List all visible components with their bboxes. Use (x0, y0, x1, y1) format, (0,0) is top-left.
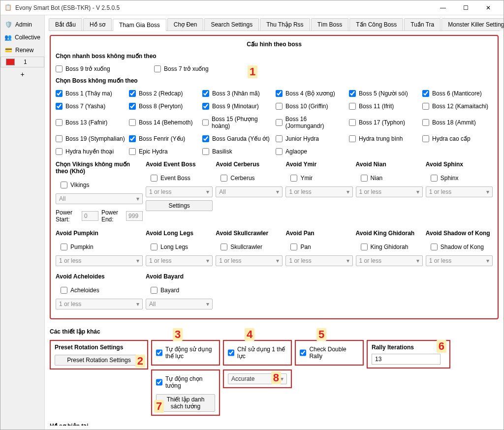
auto-general-check[interactable]: Tự động chọn tướng (156, 375, 215, 389)
rally-head: Rally Iterations (372, 344, 445, 351)
boss-20[interactable]: Boss Garuda (Yếu ớt) (202, 135, 273, 142)
boss-16[interactable]: Boss 17 (Typhon) (349, 116, 419, 129)
avoid-col: Avoid CerberusCerberusAll (216, 161, 283, 223)
tab-3[interactable]: Chợ Đen (167, 18, 204, 31)
boss-4[interactable]: Boss 5 (Người sói) (349, 90, 419, 97)
boss-11[interactable]: Boss 12 (Kamaitachi) (422, 103, 493, 110)
boss-10[interactable]: Boss 11 (Ifrit) (349, 103, 419, 110)
boss-23[interactable]: Hydra cao cấp (422, 135, 493, 142)
avoid-select[interactable]: 1 or less (146, 255, 213, 266)
avoid-ck[interactable]: Cerberus (220, 175, 283, 182)
boss-0[interactable]: Boss 1 (Thây ma) (56, 90, 126, 97)
boss-5[interactable]: Boss 6 (Manticore) (422, 90, 493, 97)
avoid-select[interactable]: 1 or less (356, 255, 423, 266)
boss-22[interactable]: Hydra trung bình (349, 135, 419, 142)
tab-7[interactable]: Tấn Công Boss (349, 18, 403, 31)
tab-4[interactable]: Search Settings (204, 18, 259, 31)
tab-5[interactable]: Thu Thập Rss (260, 18, 310, 31)
double-rally-box: 5 Check Double Rally (295, 340, 364, 366)
sidebar-item-renew[interactable]: 💳Renew (0, 44, 44, 57)
avoid-settings-button[interactable]: Settings (146, 200, 213, 211)
add-account-button[interactable]: + (0, 67, 44, 81)
accurate-select[interactable]: Accurate (228, 373, 287, 384)
boss-1[interactable]: Boss 2 (Redcap) (129, 90, 199, 97)
power-start[interactable] (82, 211, 98, 221)
sidebar-item-collective[interactable]: 👥Collective (0, 31, 44, 44)
avoid-select[interactable]: 1 or less (56, 255, 143, 266)
avoid-ck[interactable]: Skullcrawler (220, 244, 283, 250)
boss-9[interactable]: Boss 10 (Griffin) (276, 103, 346, 110)
avoid-select[interactable]: 1 or less (426, 186, 493, 197)
boss-18[interactable]: Boss 19 (Stymphalian) (56, 135, 126, 142)
boss-13[interactable]: Boss 14 (Behemoth) (129, 116, 199, 129)
avoid-select[interactable]: All (216, 186, 283, 197)
avoid-ck[interactable]: Vikings (61, 182, 143, 188)
preset-box: Preset Rotation Settings Preset Rotation… (50, 340, 148, 369)
other-head: Các thiết lập khác (50, 328, 499, 335)
avoid-ck[interactable]: Sphinx (431, 175, 493, 182)
avoid-ck[interactable]: Pumpkin (61, 244, 143, 250)
avoid-select[interactable]: 1 or less (216, 255, 283, 266)
quick-boss9[interactable]: Boss 9 trở xuống (56, 65, 154, 72)
boss-3[interactable]: Boss 4 (Bộ xương) (276, 90, 346, 97)
avoid-select[interactable]: 1 or less (146, 186, 213, 197)
tab-8[interactable]: Tuần Tra (404, 18, 441, 31)
account-row[interactable]: 1 (0, 57, 44, 67)
power-end[interactable] (126, 211, 143, 221)
boss-24[interactable]: Hydra huyền thoại (56, 148, 126, 155)
tab-2[interactable]: Tham Gia Boss (113, 19, 166, 31)
auto-stamina-check[interactable]: Tự động sử dụng thế lực (156, 346, 215, 360)
people-icon: 👥 (4, 34, 12, 41)
avoid-select[interactable]: All (56, 193, 143, 204)
accurate-box: Accurate 8 (223, 369, 292, 388)
minimize-button[interactable]: — (432, 0, 454, 15)
avoid-ck[interactable]: King Ghidorah (361, 244, 423, 250)
tab-9[interactable]: Monster Killer Settings (441, 18, 504, 31)
avoid-select[interactable]: 1 or less (426, 255, 493, 266)
boss-7[interactable]: Boss 8 (Peryton) (129, 103, 199, 110)
avoid-ck[interactable]: Long Legs (151, 244, 213, 250)
boss-21[interactable]: Junior Hydra (276, 135, 346, 142)
avoid-select[interactable]: 1 or less (285, 255, 352, 266)
avoid-col: Avoid YmirYmir1 or less (285, 161, 352, 223)
preset-button[interactable]: Preset Rotation Settings (55, 355, 143, 366)
boss-2[interactable]: Boss 3 (Nhân mã) (202, 90, 273, 97)
maximize-button[interactable]: ☐ (454, 0, 477, 15)
avoid-ck[interactable]: Shadow of Kong (431, 244, 493, 250)
boss-14[interactable]: Boss 15 (Phượng hoàng) (202, 116, 273, 129)
boss-8[interactable]: Boss 9 (Minotaur) (202, 103, 273, 110)
avoid-ck[interactable]: Event Boss (151, 175, 213, 182)
rally-input[interactable] (372, 354, 441, 365)
general-list-button[interactable]: Thiết lập danh sách tướng (156, 394, 215, 412)
avoid-select[interactable]: 1 or less (56, 299, 143, 309)
boss-12[interactable]: Boss 13 (Fafnir) (56, 116, 126, 129)
tab-1[interactable]: Hồ sơ (83, 18, 112, 31)
avoid-ck[interactable]: Ymir (290, 175, 352, 182)
boss-27[interactable]: Aglaope (276, 148, 346, 155)
tab-0[interactable]: Bắt đầu (49, 18, 82, 31)
boss-25[interactable]: Epic Hydra (129, 148, 199, 155)
boss-26[interactable]: Basilisk (202, 148, 273, 155)
close-button[interactable]: ✕ (477, 0, 500, 15)
sidebar-item-admin[interactable]: 🛡️Admin (0, 18, 44, 31)
avoid-ck[interactable]: Pan (290, 244, 352, 250)
boss-19[interactable]: Boss Fenrir (Yếu) (129, 135, 199, 142)
tab-6[interactable]: Tìm Boss (311, 18, 349, 31)
panel-title: Cấu hình theo boss (56, 41, 493, 48)
boss-6[interactable]: Boss 7 (Yasha) (56, 103, 126, 110)
avoid-ck[interactable]: Acheloides (61, 287, 143, 294)
avoid-row-3: Avoid AcheloidesAcheloides1 or lessAvoid… (56, 273, 493, 309)
avoid-ck[interactable]: Bayard (151, 287, 213, 294)
avoid-select[interactable]: All (146, 299, 213, 309)
avoid-col: Avoid Long LegsLong Legs1 or less (146, 230, 213, 266)
quick-boss7[interactable]: Boss 7 trở xuống (154, 65, 252, 72)
avoid-select[interactable]: 1 or less (356, 186, 423, 197)
avoid-select[interactable]: 1 or less (285, 186, 352, 197)
boss-17[interactable]: Boss 18 (Ammit) (422, 116, 493, 129)
double-rally-check[interactable]: Check Double Rally (300, 346, 359, 360)
one-stamina-check[interactable]: Chỉ sử dụng 1 thế lực (228, 346, 287, 360)
avoid-ck[interactable]: Nian (361, 175, 423, 182)
avoid-col: Avoid PanPan1 or less (285, 230, 352, 266)
avoid-col: Avoid King GhidorahKing Ghidorah1 or les… (356, 230, 423, 266)
boss-15[interactable]: Boss 16 (Jormungandr) (276, 116, 346, 129)
